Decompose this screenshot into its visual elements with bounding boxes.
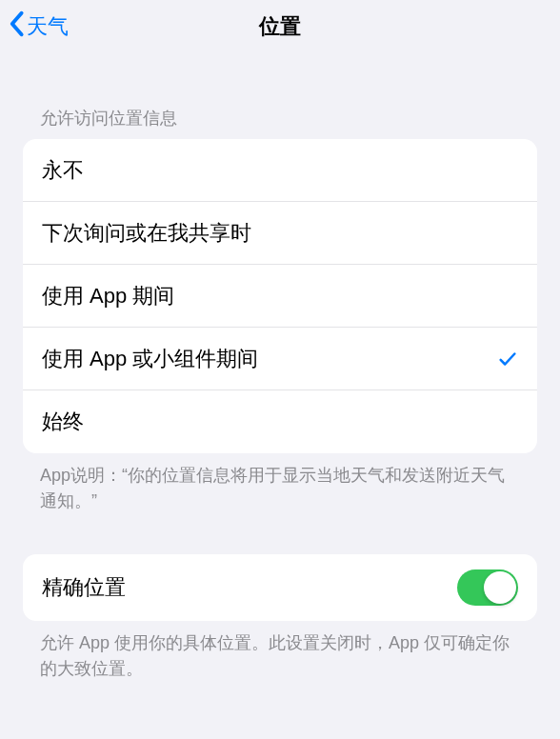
option-label: 使用 App 期间 [42, 282, 174, 310]
precise-location-footer: 允许 App 使用你的具体位置。此设置关闭时，App 仅可确定你的大致位置。 [0, 621, 560, 682]
content: 允许访问位置信息 永不 下次询问或在我共享时 使用 App 期间 使用 App … [0, 53, 560, 682]
option-label: 永不 [42, 156, 84, 185]
allow-access-header: 允许访问位置信息 [0, 53, 560, 139]
precise-location-group: 精确位置 [23, 554, 537, 621]
allow-access-footer: App说明：“你的位置信息将用于显示当地天气和发送附近天气通知。” [0, 453, 560, 514]
option-ask-next-time[interactable]: 下次询问或在我共享时 [23, 202, 537, 265]
option-label: 下次询问或在我共享时 [42, 219, 251, 248]
option-always[interactable]: 始终 [23, 390, 537, 453]
toggle-knob [484, 571, 516, 604]
chevron-left-icon [8, 10, 25, 43]
precise-location-toggle[interactable] [457, 569, 518, 606]
precise-location-label: 精确位置 [42, 573, 126, 602]
spacer [0, 514, 560, 554]
option-label: 始终 [42, 408, 84, 436]
page-title: 位置 [259, 12, 301, 41]
option-while-using-app-or-widgets[interactable]: 使用 App 或小组件期间 [23, 328, 537, 390]
checkmark-icon [497, 349, 518, 370]
option-label: 使用 App 或小组件期间 [42, 345, 258, 373]
precise-location-row: 精确位置 [23, 554, 537, 621]
option-while-using-app[interactable]: 使用 App 期间 [23, 265, 537, 328]
allow-access-group: 永不 下次询问或在我共享时 使用 App 期间 使用 App 或小组件期间 始终 [23, 139, 537, 453]
back-button[interactable]: 天气 [8, 10, 69, 43]
option-never[interactable]: 永不 [23, 139, 537, 202]
back-label: 天气 [27, 12, 69, 41]
navigation-bar: 天气 位置 [0, 0, 560, 53]
